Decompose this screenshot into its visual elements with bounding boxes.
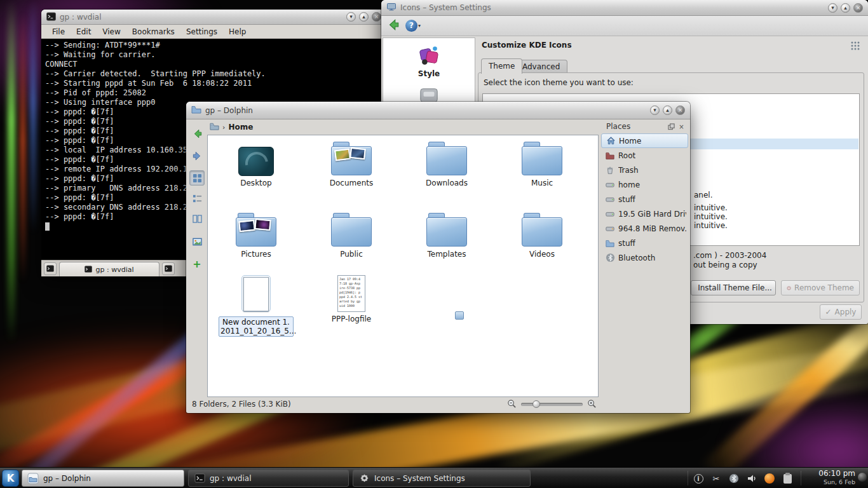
remove-theme-button[interactable]: Remove Theme [781, 280, 860, 295]
back-button[interactable] [386, 18, 400, 34]
forward-button[interactable] [189, 148, 205, 163]
icon-grid-icon[interactable] [850, 41, 860, 53]
file-public[interactable]: Public [304, 210, 398, 259]
file-documents[interactable]: Documents [304, 139, 398, 187]
close-panel-icon[interactable]: × [677, 123, 686, 131]
close-button[interactable]: × [675, 105, 685, 115]
breadcrumb-home[interactable]: Home [228, 123, 253, 132]
icon-slot [400, 210, 494, 247]
tab-theme[interactable]: Theme [481, 58, 522, 74]
icons-view-button[interactable] [189, 170, 205, 186]
bluetooth-tray-icon[interactable] [728, 473, 740, 484]
task-system-settings[interactable]: Icons – System Settings [353, 470, 531, 487]
dolphin-titlebar[interactable]: gp – Dolphin ▾ ▴ × [186, 102, 690, 119]
place-trash[interactable]: Trash [601, 163, 688, 177]
file-label: Music [495, 179, 589, 187]
apply-button[interactable]: ✓ Apply [820, 304, 862, 320]
zoom-in-icon[interactable] [587, 399, 597, 410]
tab-advanced[interactable]: Advanced [515, 60, 567, 74]
dolphin-body: › Home + [188, 119, 688, 411]
file-view[interactable]: Desktop Documents [207, 135, 599, 397]
minimize-button[interactable]: ▾ [828, 3, 837, 13]
close-button[interactable]: × [372, 12, 381, 22]
zoom-out-icon[interactable] [507, 399, 517, 410]
remove-icon [787, 284, 791, 292]
volume-tray-icon[interactable] [746, 473, 757, 484]
place-home[interactable]: Home [601, 133, 688, 148]
menu-file[interactable]: File [46, 25, 71, 38]
place-stuff-folder[interactable]: stuff [601, 236, 688, 250]
file-pictures[interactable]: Pictures [209, 210, 303, 259]
system-settings-titlebar[interactable]: Icons – System Settings ▾ ▴ × [381, 0, 868, 16]
install-theme-button[interactable]: Install Theme File... [691, 280, 776, 295]
tab-list-button[interactable] [162, 262, 175, 275]
task-dolphin[interactable]: gp – Dolphin [22, 470, 184, 487]
place-removable-drive[interactable]: 964.8 MiB Remov... [601, 221, 688, 236]
menu-settings[interactable]: Settings [180, 25, 223, 38]
document-icon [243, 277, 269, 311]
minimize-button[interactable]: ▾ [650, 105, 660, 115]
float-panel-icon[interactable] [667, 123, 675, 131]
terminal-titlebar[interactable]: gp : wvdial ▾ ▴ × [41, 10, 386, 25]
file-ppp-logfile[interactable]: Jan 17 09:4 7:18 gp-Asp ire-5738 pp pd[1… [304, 275, 398, 323]
help-button[interactable]: ? ▾ [405, 20, 421, 32]
icons-view-icon [193, 173, 202, 183]
place-stuff-partition[interactable]: stuff [601, 192, 688, 207]
kde-logo-icon: K [7, 473, 15, 484]
file-templates[interactable]: Templates [400, 210, 494, 259]
file-label: Public [304, 250, 398, 259]
sidebar-item-style[interactable]: Style [383, 43, 475, 78]
back-button[interactable] [189, 126, 205, 141]
place-bluetooth[interactable]: Bluetooth [601, 250, 688, 265]
device-notifier-tray-icon[interactable] [764, 473, 775, 484]
file-new-document[interactable]: New document 1. 2011_01_20_16_5... [209, 275, 303, 337]
zoom-slider-handle[interactable] [532, 400, 540, 408]
preview-button[interactable] [189, 234, 205, 249]
maximize-button[interactable]: ▴ [359, 12, 369, 22]
file-music[interactable]: Music [495, 139, 589, 187]
place-home-partition[interactable]: home [601, 177, 688, 192]
kde-menu-button[interactable]: K [2, 470, 19, 487]
terminal-tab[interactable]: gp : wvdial [59, 262, 159, 276]
menu-edit[interactable]: Edit [71, 25, 97, 38]
panel-cashew[interactable] [858, 473, 867, 482]
close-button[interactable]: × [853, 3, 863, 13]
selection-frame [241, 275, 271, 312]
drive-icon [605, 194, 615, 205]
digital-clock[interactable]: 06:10 pm Sun, 6 Feb [818, 469, 855, 487]
maximize-button[interactable]: ▴ [663, 105, 672, 115]
zoom-slider[interactable] [521, 403, 583, 406]
add-button[interactable]: + [189, 256, 205, 271]
photo-thumbnail [349, 147, 366, 159]
clipboard-icon [783, 474, 792, 484]
place-root[interactable]: Root [601, 148, 688, 163]
system-settings-toolbar: ? ▾ [381, 16, 868, 36]
status-summary: 8 Folders, 2 Files (3.3 KiB) [192, 400, 291, 409]
task-wvdial[interactable]: gp : wvdial [188, 470, 349, 487]
menu-view[interactable]: View [97, 25, 126, 38]
folder-body [426, 146, 467, 175]
menu-help[interactable]: Help [223, 25, 252, 38]
stray-file-icon [455, 311, 464, 320]
file-downloads[interactable]: Downloads [400, 139, 494, 187]
maximize-button[interactable]: ▴ [841, 3, 850, 13]
klipper-tray-icon[interactable]: ✂ [710, 473, 722, 484]
system-settings-window-buttons: ▾ ▴ × [828, 3, 863, 13]
bluetooth-icon [729, 473, 739, 484]
notifications-tray-icon[interactable]: i [693, 473, 704, 484]
icon-slot [304, 210, 398, 247]
details-view-button[interactable] [189, 191, 205, 206]
terminal-title: gp : wvdial [60, 13, 101, 22]
menu-bookmarks[interactable]: Bookmarks [126, 25, 180, 38]
clipboard-tray-icon[interactable] [782, 473, 793, 484]
minimize-button[interactable]: ▾ [346, 12, 356, 22]
folder-body [331, 217, 372, 247]
file-desktop[interactable]: Desktop [209, 139, 303, 187]
place-hard-drive[interactable]: 19.5 GiB Hard Drive [601, 207, 688, 221]
columns-view-button[interactable] [189, 211, 205, 226]
new-tab-button[interactable] [44, 262, 57, 275]
hard-drive-icon [605, 209, 615, 219]
theme-list-text-fragment: intuitive. intuitive. intuitive. [694, 203, 728, 230]
clock-time: 06:10 pm [818, 469, 855, 478]
file-videos[interactable]: Videos [495, 210, 589, 259]
